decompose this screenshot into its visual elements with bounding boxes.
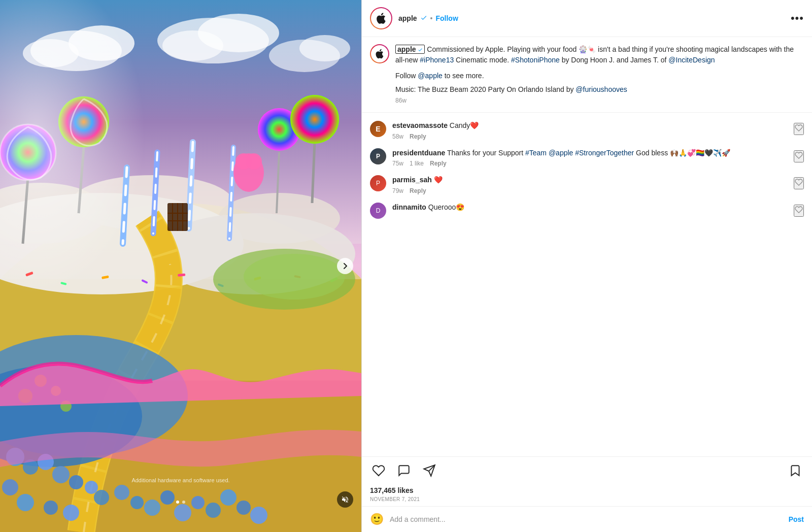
comment-button[interactable] <box>395 462 413 482</box>
caption-text-block: apple Commissioned by Apple. Playing wit… <box>395 44 804 104</box>
hashtag-shotoniphone[interactable]: #ShotoniPhone <box>511 56 560 64</box>
post-comment-button[interactable]: Post <box>789 515 804 523</box>
commenter-avatar-presidentduane[interactable]: P <box>370 148 386 164</box>
comment-time: 79w <box>392 187 403 194</box>
music-credit: Music: The Buzz Beam 2020 Party On Orlan… <box>395 84 804 95</box>
image-dots <box>176 501 185 504</box>
comment-content: parmis_sah ❤️ 79w Reply <box>392 175 804 194</box>
comment-username[interactable]: dinnamito <box>392 203 426 211</box>
caption-timestamp: 86w <box>395 97 804 104</box>
comment-like-button[interactable] <box>794 205 804 217</box>
bookmark-button[interactable] <box>787 462 804 482</box>
header-user-info: apple • Follow <box>398 14 785 23</box>
mention-apple[interactable]: @apple <box>418 72 442 80</box>
comments-section: E estevaomassote Candy❤️ 58w Reply P <box>362 112 812 456</box>
caption-header: apple Commissioned by Apple. Playing wit… <box>370 44 804 104</box>
reply-button[interactable]: Reply <box>430 160 447 167</box>
comment-text: dinnamito Querooo😍 <box>392 203 804 213</box>
emoji-button[interactable]: 🙂 <box>370 513 384 526</box>
comment-input[interactable] <box>390 515 783 523</box>
mention-furioushooves[interactable]: @furioushooves <box>576 85 627 93</box>
commenter-avatar-parmis[interactable]: P <box>370 175 386 191</box>
add-comment-bar: 🙂 Post <box>362 506 812 532</box>
share-button[interactable] <box>421 462 438 482</box>
reply-button[interactable]: Reply <box>410 133 426 140</box>
comment-time: 75w <box>392 160 403 167</box>
candy-scene-svg <box>0 0 361 532</box>
apple-logo-icon <box>375 12 388 25</box>
next-image-button[interactable] <box>337 258 353 274</box>
action-icons <box>370 462 804 482</box>
comment-meta: 75w 1 like Reply <box>392 160 804 167</box>
comment-meta: 79w Reply <box>392 187 804 194</box>
header-username[interactable]: apple <box>398 14 417 22</box>
comment-like-button[interactable] <box>794 177 804 189</box>
caption-avatar <box>371 45 388 62</box>
commenter-avatar-dinnamito[interactable]: D <box>370 203 386 219</box>
comment-meta: 58w Reply <box>392 133 804 140</box>
comment-content: dinnamito Querooo😍 <box>392 203 804 213</box>
comment-content: estevaomassote Candy❤️ 58w Reply <box>392 121 804 140</box>
post-date: NOVEMBER 7, 2021 <box>370 496 804 502</box>
caption-username[interactable]: apple <box>395 45 425 54</box>
mute-button[interactable] <box>337 491 353 508</box>
comment-text: parmis_sah ❤️ <box>392 175 804 185</box>
reply-button[interactable]: Reply <box>410 187 426 194</box>
comment-time: 58w <box>392 133 403 140</box>
comment-item: P presidentduane Thanks for your Support… <box>362 144 812 172</box>
hardware-disclaimer: Additional hardware and software used. <box>131 477 229 483</box>
caption-area: apple Commissioned by Apple. Playing wit… <box>362 37 812 112</box>
follow-cta: Follow @apple to see more. <box>395 71 804 81</box>
comment-like-button[interactable] <box>794 123 804 135</box>
comment-like-button[interactable] <box>794 150 804 162</box>
comment-item: E estevaomassote Candy❤️ 58w Reply <box>362 117 812 144</box>
likes-count: 137,465 likes <box>370 486 804 494</box>
more-options-button[interactable]: ••• <box>791 12 804 25</box>
verified-badge <box>420 14 427 23</box>
post-image-panel: Additional hardware and software used. <box>0 0 361 532</box>
comment-text: presidentduane Thanks for your Support #… <box>392 148 804 158</box>
header-avatar <box>371 8 391 28</box>
comment-text: estevaomassote Candy❤️ <box>392 121 804 131</box>
post-header: apple • Follow ••• <box>362 0 812 37</box>
comment-username[interactable]: presidentduane <box>392 149 445 157</box>
hashtag-iphone13[interactable]: #iPhone13 <box>420 56 454 64</box>
comment-item: P parmis_sah ❤️ 79w Reply <box>362 171 812 198</box>
like-button[interactable] <box>370 462 387 482</box>
commenter-avatar-estevao[interactable]: E <box>370 121 386 137</box>
header-avatar-ring[interactable] <box>370 7 392 29</box>
caption-avatar-ring[interactable] <box>370 44 389 63</box>
comment-item: D dinnamito Querooo😍 <box>362 198 812 223</box>
action-bar: 137,465 likes NOVEMBER 7, 2021 <box>362 456 812 506</box>
comment-likes: 1 like <box>410 160 424 167</box>
mention-incitedesign[interactable]: @InciteDesign <box>668 56 715 64</box>
dot-2[interactable] <box>182 501 185 504</box>
comment-username[interactable]: parmis_sah <box>392 176 432 184</box>
comment-username[interactable]: estevaomassote <box>392 121 448 129</box>
follow-button[interactable]: Follow <box>435 14 458 22</box>
separator: • <box>430 14 433 22</box>
caption-text: apple Commissioned by Apple. Playing wit… <box>395 44 804 65</box>
post-detail-panel: apple • Follow ••• apple Co <box>361 0 812 532</box>
dot-1[interactable] <box>176 501 179 504</box>
comment-content: presidentduane Thanks for your Support #… <box>392 148 804 168</box>
